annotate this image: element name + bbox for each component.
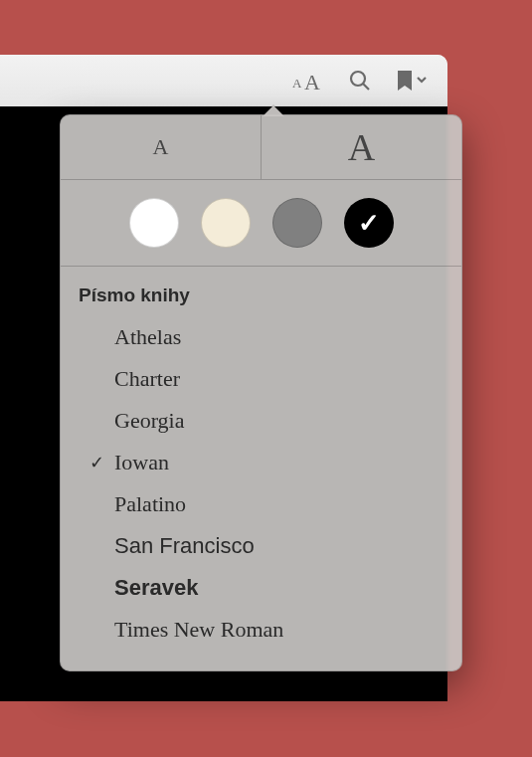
theme-swatch-sepia[interactable] [201,198,251,248]
font-option-label: Seravek [114,575,198,601]
bookmark-button[interactable] [394,69,428,93]
theme-swatch-black[interactable]: ✓ [344,198,394,248]
font-list-header: Písmo knihy [79,281,461,316]
font-option[interactable]: ✓Georgia [79,400,461,442]
decrease-font-label: A [153,134,169,160]
search-icon [348,69,372,93]
toolbar: A A [0,55,447,107]
desktop-background: A A A [0,0,532,757]
font-list: Písmo knihy ✓Athelas✓Charter✓Georgia✓Iow… [61,267,461,670]
decrease-font-button[interactable]: A [61,115,261,179]
font-option-label: Georgia [114,408,184,434]
font-option-label: Charter [114,366,180,392]
theme-swatch-white[interactable] [129,198,179,248]
font-option[interactable]: ✓Athelas [79,316,461,358]
svg-line-3 [363,84,369,90]
appearance-icon: A A [292,70,326,92]
increase-font-button[interactable]: A [261,115,461,179]
svg-point-2 [351,72,365,86]
popover-arrow [263,105,284,116]
checkmark-icon: ✓ [79,452,114,473]
search-button[interactable] [348,69,372,93]
font-size-row: A A [61,115,461,180]
theme-swatch-gray[interactable] [272,198,322,248]
font-option[interactable]: ✓Charter [79,358,461,400]
font-option[interactable]: ✓Times New Roman [79,609,461,651]
font-option-label: Athelas [114,324,181,350]
font-option[interactable]: ✓Iowan [79,442,461,483]
font-option-label: Palatino [114,491,186,517]
font-option-label: Times New Roman [114,617,283,643]
font-option-label: Iowan [114,450,169,475]
font-option-label: San Francisco [114,533,255,559]
svg-text:A: A [292,76,302,91]
checkmark-icon: ✓ [358,208,380,239]
svg-text:A: A [304,70,320,92]
font-option[interactable]: ✓Seravek [79,567,461,609]
bookmark-icon [394,69,428,93]
font-option[interactable]: ✓San Francisco [79,525,461,567]
appearance-popover: A A ✓ Písmo knihy ✓Athelas✓Charter✓Georg… [60,114,462,671]
increase-font-label: A [348,125,375,169]
font-option[interactable]: ✓Palatino [79,483,461,525]
theme-row: ✓ [61,180,461,267]
appearance-button[interactable]: A A [292,70,326,92]
